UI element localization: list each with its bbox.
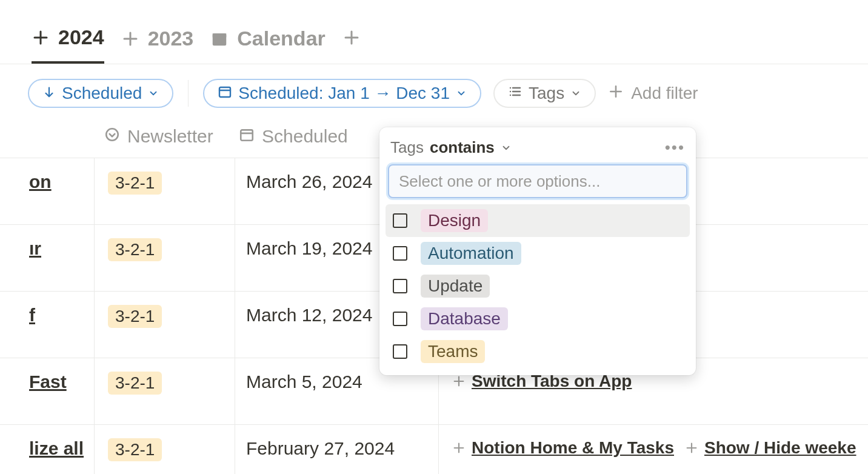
tag-pill: Automation (421, 242, 521, 265)
sort-chip-scheduled[interactable]: Scheduled (28, 79, 173, 108)
tag-pill: Update (421, 275, 490, 298)
relation-label: Notion Home & My Tasks (472, 438, 674, 458)
tag-option[interactable]: Update (386, 270, 690, 302)
chevron-down-icon (570, 88, 581, 99)
row-title-cut[interactable]: f (0, 292, 95, 358)
popover-prop-label: Tags (390, 138, 424, 157)
cell-newsletter[interactable]: 3-2-1 (95, 358, 235, 424)
tag-pill: Teams (421, 340, 485, 363)
relation-item[interactable]: Notion Home & My Tasks (452, 438, 674, 458)
svg-rect-1 (213, 33, 227, 37)
filter-label: Scheduled: Jan 1 → Dec 31 (238, 84, 450, 103)
plus-icon (685, 441, 698, 455)
cell-newsletter[interactable]: 3-2-1 (95, 425, 235, 474)
tab-2024[interactable]: 2024 (32, 25, 104, 64)
svg-point-3 (106, 129, 118, 141)
checkbox[interactable] (393, 213, 407, 228)
more-icon[interactable]: ••• (665, 138, 685, 157)
tag-option[interactable]: Teams (386, 335, 690, 368)
popover-condition[interactable]: Tags contains (390, 138, 512, 157)
checkbox[interactable] (393, 344, 407, 359)
relation-item[interactable]: Show / Hide weeke (685, 438, 856, 458)
row-title-cut[interactable]: ır (0, 225, 95, 291)
svg-rect-2 (219, 87, 230, 97)
cell-relations[interactable]: Notion Home & My TasksShow / Hide weeke (439, 425, 868, 474)
tag-option[interactable]: Design (386, 204, 690, 237)
tags-search-input[interactable] (388, 164, 687, 198)
plus-icon (32, 28, 50, 47)
checkbox[interactable] (393, 279, 407, 293)
filter-chip-tags[interactable]: Tags (493, 79, 596, 108)
plus-icon (452, 441, 466, 455)
newsletter-badge: 3-2-1 (108, 172, 162, 195)
relation-label: Show / Hide weeke (704, 438, 856, 458)
list-icon (508, 84, 522, 103)
plus-icon (121, 30, 139, 48)
svg-rect-4 (241, 130, 253, 140)
popover-cond-label: contains (430, 138, 495, 157)
tags-filter-popover: Tags contains ••• DesignAutomationUpdate… (379, 127, 696, 375)
arrow-down-icon (42, 84, 56, 103)
cell-newsletter[interactable]: 3-2-1 (95, 292, 235, 358)
sort-label: Scheduled (62, 84, 142, 103)
plus-icon (452, 375, 466, 388)
row-title-cut[interactable]: lize all (0, 425, 95, 474)
tag-pill: Database (421, 307, 508, 330)
column-label: Scheduled (262, 126, 348, 147)
checkbox[interactable] (393, 312, 407, 326)
filter-chip-scheduled-range[interactable]: Scheduled: Jan 1 → Dec 31 (203, 79, 481, 108)
plus-icon (608, 84, 624, 104)
add-filter-button[interactable]: Add filter (608, 84, 698, 104)
table-row[interactable]: lize all3-2-1February 27, 2024Notion Hom… (0, 424, 868, 474)
newsletter-badge: 3-2-1 (108, 372, 162, 395)
cell-newsletter[interactable]: 3-2-1 (95, 225, 235, 291)
cell-scheduled[interactable]: February 27, 2024 (235, 425, 439, 474)
chevron-down-icon (148, 88, 159, 99)
checkbox[interactable] (393, 246, 407, 261)
tag-option[interactable]: Automation (386, 237, 690, 270)
tab-label: Calendar (237, 27, 326, 50)
row-title-cut[interactable]: Fast (0, 358, 95, 424)
filter-bar: Scheduled Scheduled: Jan 1 → Dec 31 Tags… (0, 64, 868, 108)
newsletter-badge: 3-2-1 (108, 238, 162, 261)
column-header-newsletter[interactable]: Newsletter (104, 126, 239, 147)
cell-newsletter[interactable]: 3-2-1 (95, 158, 235, 224)
chevron-down-icon (456, 88, 467, 99)
tab-label: 2023 (148, 27, 194, 50)
tab-label: 2024 (58, 25, 104, 49)
chevron-down-icon (501, 142, 512, 153)
add-view-button[interactable] (342, 28, 361, 61)
tag-pill: Design (421, 209, 488, 232)
tag-option[interactable]: Database (386, 302, 690, 335)
row-title-cut[interactable]: on (0, 158, 95, 224)
column-label: Newsletter (127, 126, 213, 147)
arrow-down-circle-icon (104, 126, 120, 147)
tab-calendar[interactable]: Calendar (210, 27, 326, 62)
filter-label: Tags (529, 84, 564, 103)
newsletter-badge: 3-2-1 (108, 305, 162, 328)
calendar-icon (210, 30, 229, 48)
calendar-icon (218, 84, 232, 103)
tags-option-list: DesignAutomationUpdateDatabaseTeams (379, 204, 696, 368)
add-filter-label: Add filter (631, 84, 698, 103)
divider (188, 80, 189, 107)
tab-2023[interactable]: 2023 (121, 27, 194, 62)
newsletter-badge: 3-2-1 (108, 438, 162, 461)
calendar-icon (239, 126, 255, 147)
view-tabs: 2024 2023 Calendar (0, 0, 868, 64)
